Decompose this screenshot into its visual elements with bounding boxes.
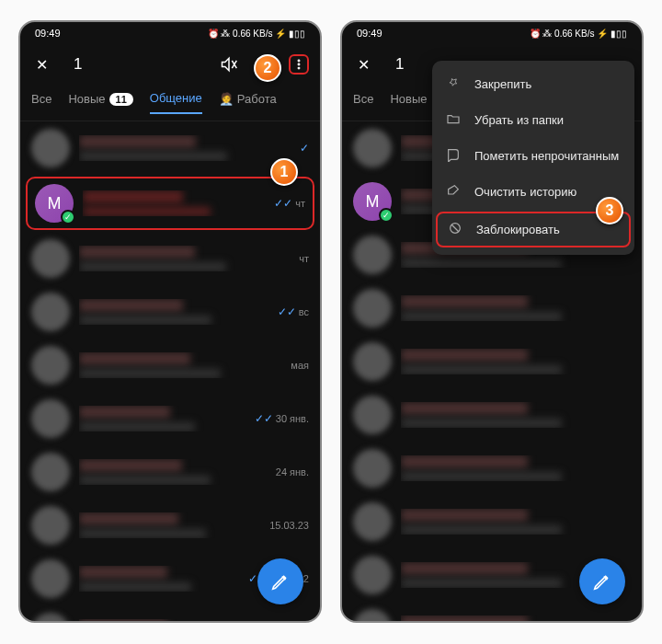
- unread-icon: [445, 147, 462, 165]
- svg-point-3: [298, 67, 300, 69]
- tab-chat[interactable]: Общение: [150, 91, 202, 114]
- menu-label: Закрепить: [474, 77, 531, 91]
- svg-point-1: [298, 60, 300, 62]
- compose-fab[interactable]: [257, 558, 303, 604]
- compose-fab[interactable]: [579, 558, 625, 604]
- phone-left: 09:49 ⏰ ⁂ 0.66 KB/s ⚡ ▮▯▯ ✕ 1 Все Новые1…: [18, 20, 322, 623]
- status-bar: 09:49 ⏰ ⁂ 0.66 KB/s ⚡ ▮▯▯: [342, 22, 642, 44]
- folder-remove-icon: [445, 111, 462, 129]
- chat-row[interactable]: [342, 335, 642, 388]
- avatar: [31, 129, 70, 167]
- callout-2: 2: [254, 54, 281, 82]
- selection-count: 1: [74, 55, 204, 74]
- more-icon[interactable]: [289, 54, 309, 75]
- tab-new[interactable]: Новые: [390, 92, 427, 113]
- read-ticks-icon: ✓✓: [274, 197, 292, 210]
- menu-pin[interactable]: Закрепить: [432, 66, 634, 102]
- chat-row[interactable]: [342, 442, 642, 495]
- menu-remove-folder[interactable]: Убрать из папки: [432, 102, 634, 138]
- chat-row[interactable]: [342, 282, 642, 335]
- tab-new[interactable]: Новые11: [68, 92, 132, 113]
- close-icon[interactable]: ✕: [353, 54, 373, 75]
- chat-row[interactable]: ✓✓ вс: [20, 285, 320, 339]
- chat-list: ✓ M ✓ ✓✓ чт чт ✓✓ вс мая ✓✓ 30 янв. 24 я…: [20, 121, 320, 623]
- mute-icon[interactable]: [219, 54, 239, 75]
- callout-1: 1: [270, 158, 298, 186]
- callout-3: 3: [596, 197, 623, 224]
- pin-icon: [445, 75, 462, 93]
- work-emoji: 🧑‍💼: [219, 92, 234, 106]
- status-indicators: ⏰ ⁂ 0.66 KB/s ⚡ ▮▯▯: [530, 29, 627, 39]
- menu-label: Очистить историю: [474, 185, 576, 199]
- chat-row[interactable]: ✓✓ 30 янв.: [20, 392, 320, 445]
- block-icon: [447, 221, 463, 238]
- folder-tabs: Все Новые11 Общение 🧑‍💼Работа: [20, 85, 320, 121]
- tab-all[interactable]: Все: [31, 92, 51, 113]
- close-icon[interactable]: ✕: [31, 54, 51, 75]
- broom-icon: [445, 183, 462, 201]
- menu-label: Заблокировать: [476, 223, 560, 236]
- chat-time: чт: [295, 198, 305, 209]
- check-badge-icon: ✓: [379, 208, 394, 223]
- status-time: 09:49: [357, 28, 382, 39]
- chat-row[interactable]: [342, 602, 642, 623]
- chat-row[interactable]: [342, 388, 642, 442]
- context-menu: Закрепить Убрать из папки Пометить непро…: [432, 61, 634, 255]
- check-badge-icon: ✓: [61, 210, 75, 224]
- chat-row[interactable]: 15.03.23: [20, 499, 320, 552]
- chat-row-selected[interactable]: M ✓ ✓✓ чт: [26, 177, 314, 230]
- chat-row[interactable]: чт: [20, 232, 320, 285]
- menu-label: Убрать из папки: [474, 113, 564, 127]
- menu-label: Пометить непрочитанным: [474, 149, 619, 163]
- status-bar: 09:49 ⏰ ⁂ 0.66 KB/s ⚡ ▮▯▯: [20, 22, 320, 44]
- chat-row[interactable]: 24 янв.: [20, 445, 320, 499]
- chat-row[interactable]: ✓✓ 09.12.22: [20, 605, 320, 623]
- svg-point-2: [298, 63, 300, 65]
- status-indicators: ⏰ ⁂ 0.66 KB/s ⚡ ▮▯▯: [208, 29, 305, 39]
- tab-all[interactable]: Все: [353, 92, 373, 113]
- tab-new-badge: 11: [109, 93, 133, 106]
- menu-mark-unread[interactable]: Пометить непрочитанным: [432, 138, 634, 174]
- chat-row[interactable]: мая: [20, 339, 320, 392]
- tab-work[interactable]: 🧑‍💼Работа: [219, 92, 277, 113]
- status-time: 09:49: [35, 28, 61, 39]
- chat-row[interactable]: [342, 495, 642, 548]
- read-ticks-icon: ✓: [300, 142, 309, 155]
- phone-right: 09:49 ⏰ ⁂ 0.66 KB/s ⚡ ▮▯▯ ✕ 1 Все Новые …: [340, 20, 644, 623]
